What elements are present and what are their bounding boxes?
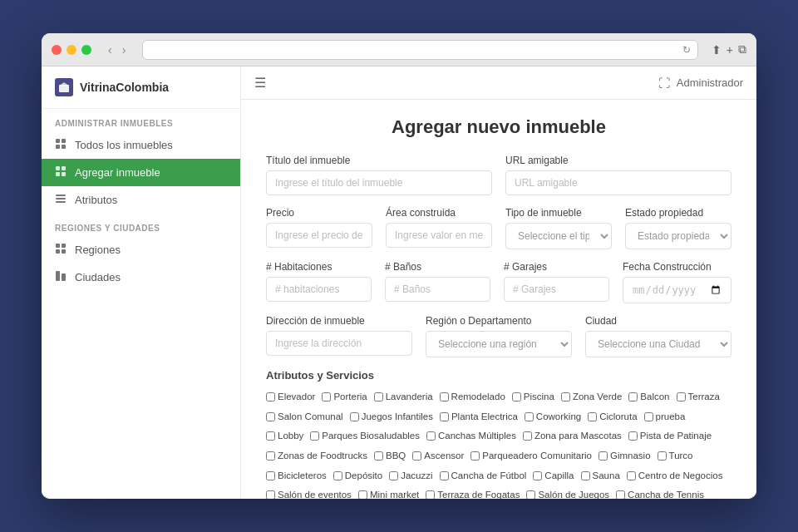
date-input[interactable] [623,277,732,303]
attribute-item[interactable]: Centro de Negocios [627,467,723,485]
attribute-item[interactable]: Zonas de Foodtrucks [266,447,367,465]
attribute-checkbox[interactable] [470,451,480,461]
attribute-item[interactable]: Ascensor [412,447,464,465]
attribute-item[interactable]: Lavanderia [374,388,433,406]
attribute-checkbox[interactable] [266,490,275,499]
address-input[interactable] [266,331,412,356]
hamburger-icon[interactable]: ☰ [254,75,266,91]
maximize-button[interactable] [81,45,91,55]
sidebar-item-cities[interactable]: Ciudades [42,264,240,291]
attribute-item[interactable]: prueba [644,408,686,426]
attribute-item[interactable]: Planta Electrica [440,408,518,426]
city-select[interactable]: Seleccione una Ciudad [585,331,732,357]
attribute-checkbox[interactable] [616,490,625,499]
attribute-checkbox[interactable] [322,392,331,401]
attribute-item[interactable]: Salón de Juegos [526,486,609,499]
attribute-checkbox[interactable] [628,392,638,401]
url-input[interactable] [505,170,732,195]
attribute-checkbox[interactable] [512,392,521,401]
attribute-item[interactable]: Mini market [358,486,419,499]
status-select[interactable]: Estado propiedad [625,223,732,249]
attribute-checkbox[interactable] [266,471,275,480]
attribute-item[interactable]: Balcon [628,388,669,406]
attribute-item[interactable]: Terraza [677,388,720,406]
attribute-checkbox[interactable] [598,451,608,461]
attribute-checkbox[interactable] [440,392,449,401]
attribute-item[interactable]: Jacuzzi [389,467,432,485]
attribute-checkbox[interactable] [266,412,275,421]
attribute-item[interactable]: Lobby [266,427,303,445]
attribute-item[interactable]: Cancha de Tennis [616,486,704,499]
title-input[interactable] [266,170,492,195]
attribute-checkbox[interactable] [677,392,686,401]
attribute-checkbox[interactable] [358,490,367,499]
attribute-item[interactable]: Terraza de Fogatas [426,486,520,499]
attribute-checkbox[interactable] [266,451,275,461]
forward-button[interactable]: › [119,42,130,58]
attribute-checkbox[interactable] [644,412,653,421]
garages-input[interactable] [504,277,609,302]
attribute-item[interactable]: Salón de eventos [266,486,352,499]
expand-icon[interactable]: ⛶ [658,76,670,90]
attribute-checkbox[interactable] [526,490,535,499]
attribute-item[interactable]: Porteria [322,388,367,406]
attribute-item[interactable]: Piscina [512,388,554,406]
sidebar-item-add-property[interactable]: Agregar inmueble [42,159,240,186]
sidebar-item-all-properties[interactable]: Todos los inmuebles [42,131,240,159]
minimize-button[interactable] [66,45,76,55]
baths-input[interactable] [385,277,490,302]
attribute-checkbox[interactable] [426,431,436,441]
attribute-item[interactable]: Sauna [581,467,620,485]
attribute-checkbox[interactable] [525,412,534,421]
attribute-item[interactable]: Zona para Mascotas [523,427,622,445]
attribute-checkbox[interactable] [627,471,636,480]
attribute-checkbox[interactable] [581,471,590,480]
area-input[interactable] [386,223,492,248]
attribute-item[interactable]: Bicicleteros [266,467,327,485]
region-select[interactable]: Seleccione una región [426,331,572,357]
close-button[interactable] [52,45,62,55]
attribute-item[interactable]: Turco [658,447,693,465]
attribute-item[interactable]: Cicloruta [588,408,637,426]
attribute-item[interactable]: Capilla [533,467,574,485]
attribute-item[interactable]: Remodelado [440,388,505,406]
address-bar[interactable]: ↻ [142,40,697,60]
attribute-checkbox[interactable] [350,412,359,421]
attribute-item[interactable]: Juegos Infantiles [350,408,433,426]
attribute-item[interactable]: Parques Biosaludables [310,427,420,445]
attribute-checkbox[interactable] [440,412,449,421]
attribute-item[interactable]: Pista de Patinaje [628,427,712,445]
attribute-checkbox[interactable] [374,392,383,401]
attribute-item[interactable]: Salon Comunal [266,408,343,426]
attribute-checkbox[interactable] [440,471,449,480]
attribute-checkbox[interactable] [533,471,542,480]
attribute-checkbox[interactable] [310,431,319,441]
rooms-input[interactable] [266,277,372,302]
attribute-item[interactable]: Elevador [266,388,315,406]
sidebar-item-attributes[interactable]: Atributos [42,186,240,214]
attribute-item[interactable]: BBQ [374,447,406,465]
share-button[interactable]: ⬆ [712,42,722,57]
sidebar-item-regions[interactable]: Regiones [42,236,240,264]
attribute-checkbox[interactable] [426,490,435,499]
attribute-checkbox[interactable] [561,392,570,401]
attribute-item[interactable]: Gimnasio [598,447,651,465]
attribute-checkbox[interactable] [374,451,383,461]
attribute-checkbox[interactable] [523,431,532,441]
attribute-checkbox[interactable] [588,412,597,421]
attribute-checkbox[interactable] [266,431,275,441]
attribute-item[interactable]: Canchas Múltiples [426,427,516,445]
attribute-checkbox[interactable] [412,451,421,461]
attribute-checkbox[interactable] [333,471,342,480]
attribute-checkbox[interactable] [389,471,398,480]
attribute-checkbox[interactable] [266,392,275,401]
attribute-item[interactable]: Coworking [525,408,581,426]
new-tab-button[interactable]: + [727,42,733,57]
back-button[interactable]: ‹ [105,42,116,58]
attribute-item[interactable]: Zona Verde [561,388,622,406]
attribute-checkbox[interactable] [658,451,667,461]
price-input[interactable] [266,223,372,248]
attribute-item[interactable]: Parqueadero Comunitario [470,447,592,465]
type-select[interactable]: Seleccione el tipo de inmueble [505,223,612,249]
attribute-checkbox[interactable] [628,431,638,441]
